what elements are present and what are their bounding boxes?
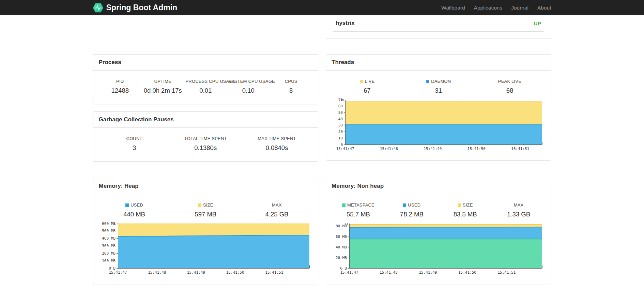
mid-right-column: Threads LIVE 67 DAEMON 31 PEAK LIVE xyxy=(326,54,551,161)
memory-nonheap-chart: 0 B20 MB40 MB60 MB80 MB15:41:4715:41:481… xyxy=(332,221,546,277)
top-right: hystrix UP xyxy=(326,15,551,39)
nav-links: Wallboard Applications Journal About xyxy=(437,0,551,15)
svg-text:30: 30 xyxy=(338,123,343,127)
stat-label: PID xyxy=(100,79,140,84)
stat-value: 8 xyxy=(271,87,311,94)
stat-value: 83.5 MB xyxy=(440,211,491,218)
stat-system-cpu-usage: SYSTEM CPU USAGE 0.10 xyxy=(227,79,270,94)
stat-pid: PID 12488 xyxy=(99,79,142,94)
row-mid: Process PID 12488 UPTIME 0d 0h 2m 17s xyxy=(93,54,551,162)
stat-threads-live: LIVE 67 xyxy=(332,79,403,94)
navbar-inner: Spring Boot Admin Wallboard Applications… xyxy=(88,0,556,15)
stat-label: USED xyxy=(386,202,437,208)
stat-value: 0.0840s xyxy=(243,144,311,152)
stat-label-text: METASPACE xyxy=(347,202,374,208)
gc-stats: COUNT 3 TOTAL TIME SPENT 0.1380s MAX TIM… xyxy=(99,136,313,152)
stat-value: 67 xyxy=(333,87,401,94)
stat-gc-count: COUNT 3 xyxy=(99,136,170,152)
svg-text:20: 20 xyxy=(338,130,343,134)
svg-text:15:41:49: 15:41:49 xyxy=(424,147,442,151)
brand-link[interactable]: Spring Boot Admin xyxy=(93,3,178,13)
svg-text:15:41:47: 15:41:47 xyxy=(340,270,358,275)
process-panel-body: PID 12488 UPTIME 0d 0h 2m 17s PROCESS CP… xyxy=(93,71,318,104)
stat-threads-daemon: DAEMON 31 xyxy=(403,79,474,94)
row-top: hystrix UP xyxy=(93,15,551,39)
stat-label: CPUS xyxy=(271,79,311,84)
stat-label: SIZE xyxy=(171,202,240,208)
nav-item-applications[interactable]: Applications xyxy=(470,0,507,15)
stat-value: 55.7 MB xyxy=(333,211,384,218)
legend-swatch-daemon xyxy=(426,80,429,83)
threads-legend: LIVE 67 DAEMON 31 PEAK LIVE 68 xyxy=(332,79,546,94)
stat-value: 0d 0h 2m 17s xyxy=(143,87,183,94)
stat-label: LIVE xyxy=(333,79,401,84)
memory-heap-legend: USED 440 MB SIZE 597 MB MAX 4.25 GB xyxy=(99,202,313,218)
nav-item-journal[interactable]: Journal xyxy=(507,0,533,15)
stat-heap-size: SIZE 597 MB xyxy=(170,202,241,218)
legend-swatch-size xyxy=(198,203,201,207)
svg-text:10: 10 xyxy=(338,136,343,140)
stat-nonheap-max: MAX 1.33 GB xyxy=(492,202,546,218)
stat-gc-total-time: TOTAL TIME SPENT 0.1380s xyxy=(170,136,241,152)
brand-title: Spring Boot Admin xyxy=(106,3,178,12)
gc-panel-title: Garbage Collection Pauses xyxy=(99,116,313,123)
threads-panel-title: Threads xyxy=(332,59,546,66)
svg-text:15:41:47: 15:41:47 xyxy=(336,147,354,151)
memory-nonheap-legend: METASPACE 55.7 MB USED 78.2 MB SIZE 83.5… xyxy=(332,202,546,218)
stat-label: PEAK LIVE xyxy=(475,79,544,84)
svg-text:15:41:50: 15:41:50 xyxy=(458,270,476,275)
row-bottom: Memory: Heap USED 440 MB SIZE 597 MB xyxy=(93,178,551,284)
stat-label-text: SIZE xyxy=(203,202,213,208)
nav-item-wallboard[interactable]: Wallboard xyxy=(437,0,469,15)
stat-value: 4.25 GB xyxy=(243,211,311,218)
stat-value: 31 xyxy=(404,87,473,94)
stat-label: DAEMON xyxy=(404,79,473,84)
svg-text:15:41:50: 15:41:50 xyxy=(467,147,486,151)
threads-chart: 01020304050607015:41:4715:41:4815:41:491… xyxy=(332,97,546,153)
svg-text:300 MB: 300 MB xyxy=(102,244,116,248)
stat-label: UPTIME xyxy=(143,79,183,84)
memory-heap-panel-body: USED 440 MB SIZE 597 MB MAX 4.25 GB 0 B1… xyxy=(93,194,318,284)
memory-heap-panel: Memory: Heap USED 440 MB SIZE 597 MB xyxy=(93,178,319,284)
process-stats: PID 12488 UPTIME 0d 0h 2m 17s PROCESS CP… xyxy=(99,79,313,94)
svg-text:15:41:51: 15:41:51 xyxy=(498,270,516,275)
nav-item-about[interactable]: About xyxy=(533,0,551,15)
threads-panel-body: LIVE 67 DAEMON 31 PEAK LIVE 68 010203040… xyxy=(326,71,551,160)
gc-panel-body: COUNT 3 TOTAL TIME SPENT 0.1380s MAX TIM… xyxy=(93,128,318,161)
stat-label: TOTAL TIME SPENT xyxy=(171,136,240,141)
main-content: hystrix UP Process PID 12488 xyxy=(93,15,551,304)
stat-value: 0.10 xyxy=(228,87,269,94)
svg-text:200 MB: 200 MB xyxy=(102,251,116,256)
stat-value: 68 xyxy=(475,87,544,94)
bottom-right-column: Memory: Non heap METASPACE 55.7 MB USED … xyxy=(326,178,551,284)
stat-value: 12488 xyxy=(100,87,140,94)
stat-cpus: CPUS 8 xyxy=(270,79,313,94)
process-panel-heading: Process xyxy=(93,55,318,71)
stat-label-text: USED xyxy=(408,202,420,208)
svg-text:100 MB: 100 MB xyxy=(102,259,116,263)
navbar: Spring Boot Admin Wallboard Applications… xyxy=(0,0,644,15)
stat-label-text: LIVE xyxy=(365,79,375,84)
stat-uptime: UPTIME 0d 0h 2m 17s xyxy=(141,79,184,94)
stat-value: 78.2 MB xyxy=(386,211,437,218)
stat-label: METASPACE xyxy=(333,202,384,208)
stat-value: 0.01 xyxy=(186,87,226,94)
threads-panel-heading: Threads xyxy=(326,55,551,71)
mid-left-column: Process PID 12488 UPTIME 0d 0h 2m 17s xyxy=(93,54,319,162)
stat-label-text: USED xyxy=(131,202,143,208)
application-row[interactable]: hystrix UP xyxy=(333,15,544,32)
legend-swatch-used xyxy=(403,203,406,207)
stat-label: SIZE xyxy=(440,202,491,208)
svg-text:0: 0 xyxy=(340,142,343,147)
stat-label: COUNT xyxy=(100,136,169,141)
process-panel-title: Process xyxy=(99,59,313,66)
svg-text:15:41:48: 15:41:48 xyxy=(380,270,398,275)
stat-label-text: SIZE xyxy=(463,202,473,208)
stat-nonheap-metaspace: METASPACE 55.7 MB xyxy=(332,202,385,218)
svg-text:15:41:51: 15:41:51 xyxy=(511,147,529,151)
stat-value: 0.1380s xyxy=(171,144,240,152)
svg-text:15:41:51: 15:41:51 xyxy=(265,270,283,275)
stat-gc-max-time: MAX TIME SPENT 0.0840s xyxy=(241,136,312,152)
memory-nonheap-panel-body: METASPACE 55.7 MB USED 78.2 MB SIZE 83.5… xyxy=(326,194,551,284)
process-panel: Process PID 12488 UPTIME 0d 0h 2m 17s xyxy=(93,54,319,104)
